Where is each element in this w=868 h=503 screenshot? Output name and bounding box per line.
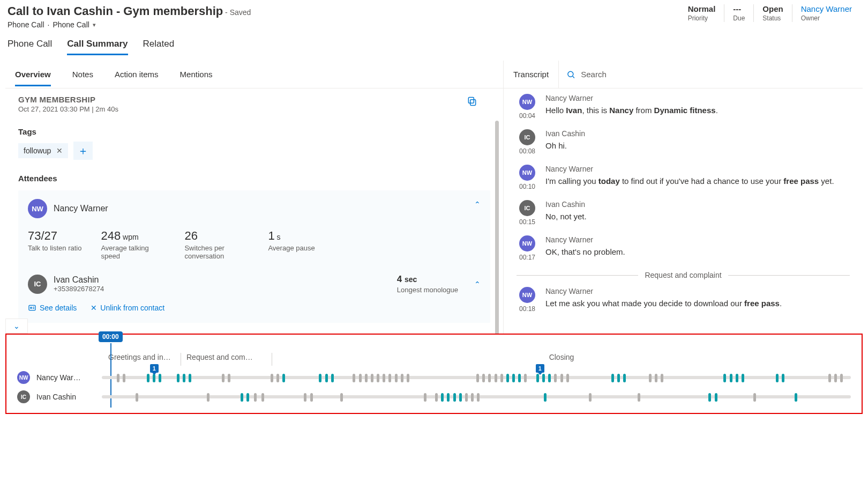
secondary-tab[interactable]: Mentions <box>180 62 213 86</box>
blip <box>304 393 306 402</box>
attendee-links: See details ✕ Unlink from contact <box>28 304 481 312</box>
timeline-track[interactable]: NW Nancy War…11 <box>17 370 851 385</box>
transcript-message[interactable]: IC 00:15 Ivan Cashin No, not yet. <box>517 200 850 226</box>
blip <box>228 374 230 382</box>
blip <box>661 374 663 382</box>
stat: 1 s Average pause <box>268 229 315 260</box>
see-details-link[interactable]: See details <box>28 304 77 312</box>
blip <box>254 393 257 402</box>
blip <box>715 393 717 402</box>
monologue-value: 4 <box>397 274 402 284</box>
breadcrumb[interactable]: Phone Call · Phone Call ▾ <box>8 20 251 29</box>
stat-label: Talk to listen ratio <box>28 244 81 252</box>
blip <box>638 393 640 402</box>
transcript-header: Transcript <box>504 61 863 88</box>
header-meta-item[interactable]: --- Due <box>724 4 753 22</box>
blip <box>742 374 744 382</box>
blip <box>544 393 547 402</box>
blip <box>353 374 355 382</box>
search-wrap[interactable] <box>558 61 863 88</box>
track-bar[interactable]: 11 <box>102 376 851 379</box>
secondary-tab[interactable]: Overview <box>15 62 51 86</box>
timeline-marker[interactable]: 1 <box>536 364 544 373</box>
transcript-message[interactable]: NW 00:04 Nancy Warner Hello Ivan, this i… <box>517 94 850 120</box>
top-tab[interactable]: Call Summary <box>67 39 128 55</box>
secondary-tab[interactable]: Notes <box>72 62 93 86</box>
close-icon[interactable]: ✕ <box>56 146 63 155</box>
blip <box>325 374 328 382</box>
transcript-speaker: Nancy Warner <box>545 94 850 102</box>
avatar: NW <box>519 165 535 181</box>
transcript-text: Let me ask you what made you decide to d… <box>545 298 850 310</box>
page-title: Call to Ivan Cashin - Gym membership <box>8 4 223 18</box>
blip <box>147 374 149 382</box>
monologue-unit: sec <box>405 275 417 284</box>
header-meta-item[interactable]: Normal Priority <box>679 4 724 22</box>
header-meta-item[interactable]: Nancy Warner Owner <box>792 4 860 22</box>
blip <box>453 393 456 402</box>
transcript-time: 00:10 <box>519 183 535 190</box>
copy-icon[interactable] <box>467 96 477 108</box>
chevron-down-icon[interactable]: ▾ <box>93 21 96 28</box>
chevron-up-icon[interactable]: ⌃ <box>474 200 481 209</box>
stat-value: 1 s <box>268 229 315 243</box>
transcript-message[interactable]: NW 00:17 Nancy Warner OK, that's no prob… <box>517 235 850 261</box>
attendees-label: Attendees <box>18 174 490 183</box>
secondary-tab[interactable]: Action items <box>115 62 159 86</box>
header-meta-value: Nancy Warner <box>801 4 852 13</box>
blip <box>310 393 313 402</box>
blip <box>506 374 509 382</box>
blip <box>401 374 403 382</box>
avatar: NW <box>17 371 30 384</box>
blip <box>388 374 391 382</box>
search-input[interactable] <box>581 70 855 79</box>
avatar: NW <box>28 199 47 218</box>
tag-chip[interactable]: followup ✕ <box>18 143 68 158</box>
chevron-down-icon[interactable]: ⌄ <box>5 319 28 334</box>
blip <box>189 374 191 382</box>
header-meta-value: --- <box>733 4 745 13</box>
blip <box>589 393 592 402</box>
scrollbar-thumb[interactable] <box>495 121 499 335</box>
blip <box>447 393 450 402</box>
blip <box>407 374 409 382</box>
transcript-message[interactable]: NW 00:10 Nancy Warner I'm calling you to… <box>517 165 850 190</box>
blip <box>459 393 462 402</box>
avatar: IC <box>17 390 30 403</box>
transcript-message[interactable]: IC 00:08 Ivan Cashin Oh hi. <box>517 129 850 155</box>
chevron-up-icon[interactable]: ⌃ <box>474 280 481 289</box>
track-bar[interactable] <box>102 395 851 398</box>
timeline-marker[interactable]: 1 <box>150 364 159 373</box>
blip <box>617 374 620 382</box>
attendee-card: ⌃ NW Nancy Warner 73/27 Talk to listen r… <box>18 190 490 323</box>
header-meta-label: Due <box>733 14 745 22</box>
blip <box>177 374 179 382</box>
transcript-message[interactable]: NW 00:18 Nancy Warner Let me ask you wha… <box>517 287 850 313</box>
stat: 248 wpm Average talking speed <box>101 229 165 260</box>
svg-line-7 <box>573 76 574 78</box>
top-tab[interactable]: Phone Call <box>8 39 52 55</box>
left-panel: OverviewNotesAction itemsMentions GYM ME… <box>5 61 504 334</box>
segment-label: Request and com… <box>181 353 272 366</box>
playhead[interactable]: 00:00 <box>99 331 123 342</box>
add-tag-button[interactable]: ＋ <box>73 142 93 160</box>
blip <box>623 374 626 382</box>
track-name: Nancy War… <box>36 373 95 382</box>
segment-label: Greetings and in… <box>103 353 181 366</box>
secondary-tabs: OverviewNotesAction itemsMentions <box>5 61 503 88</box>
blip <box>331 374 334 382</box>
blip <box>153 374 155 382</box>
svg-point-6 <box>568 71 573 77</box>
timeline-track[interactable]: IC Ivan Cashin <box>17 389 851 404</box>
stat: 26 Switches per conversation <box>184 229 249 260</box>
attendee-head: NW Nancy Warner <box>28 199 481 218</box>
transcript-time: 00:08 <box>519 147 535 155</box>
top-tab[interactable]: Related <box>143 39 175 55</box>
blip <box>261 393 264 402</box>
header-meta-item[interactable]: Open Status <box>753 4 791 22</box>
unlink-link[interactable]: ✕ Unlink from contact <box>91 304 164 312</box>
transcript-divider: Request and complaint <box>517 271 850 279</box>
transcript-text: Oh hi. <box>545 140 850 152</box>
blip <box>435 393 438 402</box>
blip <box>471 393 474 402</box>
